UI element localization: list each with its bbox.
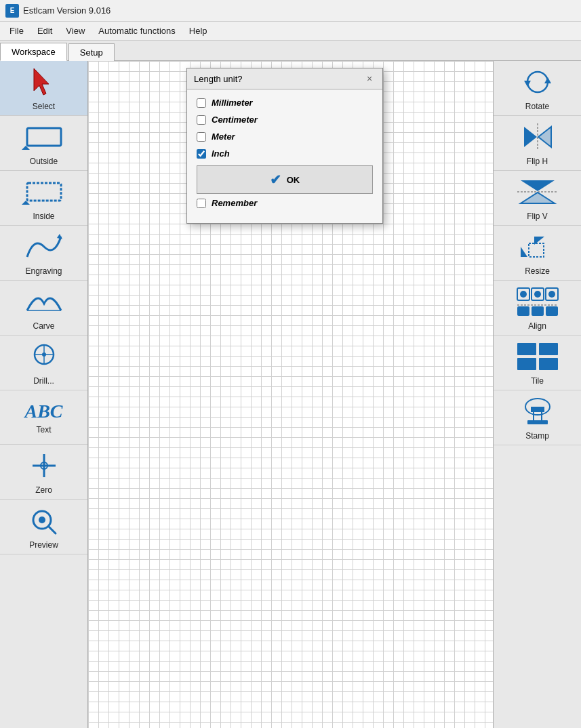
svg-point-34 xyxy=(534,291,541,298)
tool-text[interactable]: ABC Text xyxy=(0,390,87,445)
option-millimeter[interactable]: Millimeter xyxy=(197,98,373,108)
tool-engraving-label: Engraving xyxy=(25,266,62,276)
main-layout: Select Outside Inside Engr xyxy=(0,61,581,728)
svg-rect-3 xyxy=(27,183,61,201)
flip-h-icon xyxy=(514,120,561,154)
option-remember[interactable]: Remember xyxy=(197,198,373,208)
zero-icon xyxy=(20,449,68,483)
checkbox-remember[interactable] xyxy=(197,199,206,208)
menu-view[interactable]: View xyxy=(59,24,92,38)
label-centimeter[interactable]: Centimeter xyxy=(212,115,258,125)
menu-automatic[interactable]: Automatic functions xyxy=(92,24,182,38)
svg-marker-18 xyxy=(524,81,531,87)
svg-marker-5 xyxy=(57,234,62,239)
svg-rect-39 xyxy=(546,306,558,316)
tool-align-label: Align xyxy=(528,321,546,331)
option-meter[interactable]: Meter xyxy=(197,132,373,142)
svg-point-33 xyxy=(520,291,527,298)
tool-outside[interactable]: Outside xyxy=(0,116,87,171)
tool-flip-v[interactable]: Flip V xyxy=(494,171,581,226)
tool-engraving[interactable]: Engraving xyxy=(0,226,87,281)
title-bar: E Estlcam Version 9.016 xyxy=(0,0,581,22)
engraving-icon xyxy=(20,230,68,264)
svg-rect-40 xyxy=(517,343,536,355)
tab-setup[interactable]: Setup xyxy=(68,43,115,61)
label-millimeter[interactable]: Millimeter xyxy=(212,98,253,108)
svg-point-15 xyxy=(39,517,45,523)
svg-rect-45 xyxy=(531,407,544,412)
left-toolbar: Select Outside Inside Engr xyxy=(0,61,88,728)
tool-resize-label: Resize xyxy=(525,266,550,276)
menu-edit[interactable]: Edit xyxy=(31,24,59,38)
svg-rect-46 xyxy=(527,420,548,424)
menu-help[interactable]: Help xyxy=(182,24,214,38)
svg-rect-42 xyxy=(517,358,536,370)
checkbox-centimeter[interactable] xyxy=(197,115,206,125)
dialog-title-bar: Length unit? × xyxy=(187,68,382,89)
tool-carve[interactable]: Carve xyxy=(0,281,87,336)
tool-select[interactable]: Select xyxy=(0,61,87,116)
dialog-close-button[interactable]: × xyxy=(363,73,376,85)
checkbox-meter[interactable] xyxy=(197,132,206,142)
svg-rect-43 xyxy=(539,358,558,370)
stamp-icon xyxy=(514,395,561,428)
text-icon: ABC xyxy=(24,401,62,422)
length-unit-dialog: Length unit? × Millimeter C xyxy=(186,68,383,224)
option-inch[interactable]: Inch xyxy=(197,148,373,159)
tool-flip-v-label: Flip V xyxy=(527,211,548,221)
canvas-area[interactable]: Length unit? × Millimeter C xyxy=(88,61,493,728)
svg-marker-0 xyxy=(34,68,49,95)
tool-resize[interactable]: Resize xyxy=(494,226,581,281)
tool-zero[interactable]: Zero xyxy=(0,445,87,500)
option-centimeter[interactable]: Centimeter xyxy=(197,115,373,125)
label-remember[interactable]: Remember xyxy=(212,198,257,208)
label-meter[interactable]: Meter xyxy=(212,132,235,142)
checkmark-icon: ✔ xyxy=(270,171,281,188)
checkbox-millimeter[interactable] xyxy=(197,98,206,108)
svg-point-10 xyxy=(42,352,46,357)
dialog-overlay: Length unit? × Millimeter C xyxy=(88,61,493,728)
tool-drill[interactable]: Drill... xyxy=(0,336,87,390)
tool-flip-h-label: Flip H xyxy=(527,157,548,166)
tab-bar: Workspace Setup xyxy=(0,41,581,61)
drill-icon xyxy=(20,340,68,373)
svg-marker-20 xyxy=(524,127,537,147)
tool-align[interactable]: Align xyxy=(494,281,581,336)
checkbox-inch[interactable] xyxy=(197,149,206,159)
outside-icon xyxy=(20,120,68,154)
svg-rect-37 xyxy=(517,306,529,316)
tool-tile-label: Tile xyxy=(531,376,544,386)
tool-select-label: Select xyxy=(33,102,55,111)
tool-rotate[interactable]: Rotate xyxy=(494,61,581,116)
menu-file[interactable]: File xyxy=(3,24,31,38)
tool-carve-label: Carve xyxy=(33,321,54,331)
tool-drill-label: Drill... xyxy=(33,376,54,386)
menu-bar: File Edit View Automatic functions Help xyxy=(0,22,581,41)
dialog-body: Millimeter Centimeter Meter xyxy=(187,89,382,223)
tool-rotate-label: Rotate xyxy=(525,102,549,111)
carve-icon xyxy=(20,285,68,319)
tool-preview-label: Preview xyxy=(29,540,58,550)
rotate-icon xyxy=(514,65,561,99)
svg-rect-38 xyxy=(532,306,544,316)
ok-button[interactable]: ✔ OK xyxy=(197,165,373,194)
tool-tile[interactable]: Tile xyxy=(494,336,581,390)
tool-flip-h[interactable]: Flip H xyxy=(494,116,581,171)
tool-zero-label: Zero xyxy=(35,485,52,495)
tool-outside-label: Outside xyxy=(30,157,58,166)
app-icon: E xyxy=(5,4,19,18)
svg-marker-26 xyxy=(521,193,555,203)
label-inch[interactable]: Inch xyxy=(212,148,230,159)
tool-preview[interactable]: Preview xyxy=(0,500,87,554)
tool-inside-label: Inside xyxy=(33,211,54,221)
svg-marker-22 xyxy=(538,127,551,147)
tile-icon xyxy=(514,340,561,373)
tool-inside[interactable]: Inside xyxy=(0,171,87,226)
svg-line-16 xyxy=(49,527,56,533)
svg-point-35 xyxy=(548,291,555,298)
tool-stamp-label: Stamp xyxy=(525,431,549,441)
tool-stamp[interactable]: Stamp xyxy=(494,390,581,445)
svg-marker-24 xyxy=(521,180,555,191)
preview-icon xyxy=(20,504,68,538)
tab-workspace[interactable]: Workspace xyxy=(0,43,67,61)
